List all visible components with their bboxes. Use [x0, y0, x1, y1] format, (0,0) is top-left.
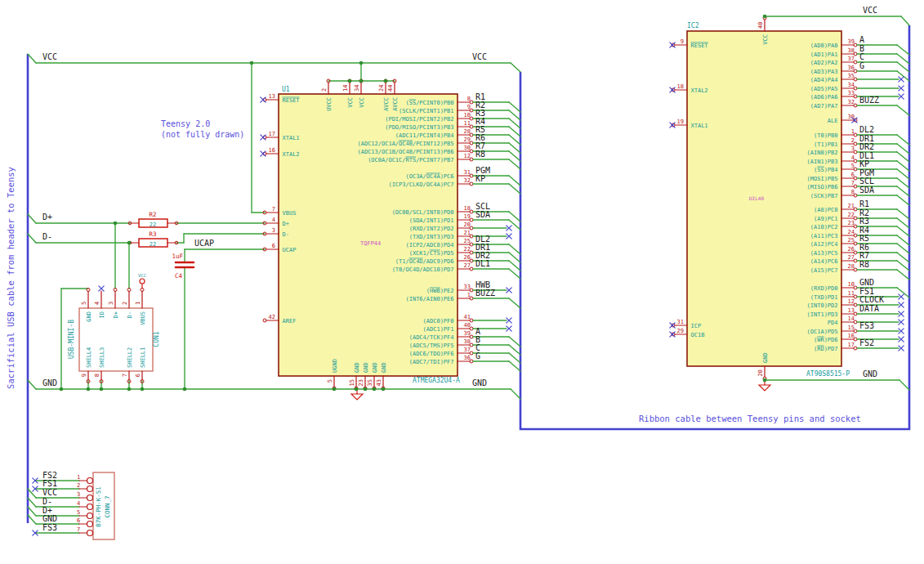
pin-name: (INT6/AIN0)PE6	[405, 296, 453, 302]
junction-dot	[60, 387, 64, 392]
pin-name: (T0)PB0	[814, 132, 838, 139]
no-connect-icon	[507, 288, 511, 293]
pin-name: (SS)PB4	[814, 167, 838, 173]
pin-name: (AIN0)PB2	[807, 150, 838, 156]
net-label: FS2	[859, 338, 874, 347]
wire	[28, 498, 36, 507]
net-label: SDA	[859, 186, 874, 195]
pin-name: (ADC12/OC1A/OC4B/PCINT12)PB5	[357, 141, 453, 147]
pin-number: 5	[81, 302, 87, 305]
pin-name: D+	[283, 221, 289, 227]
bus-entry	[509, 159, 520, 169]
bus-entry	[509, 127, 520, 137]
pin-number: 31	[677, 319, 684, 325]
bus-entry	[509, 212, 520, 222]
pin-pad	[87, 513, 93, 519]
pin-name: (AD5)PA5	[810, 86, 838, 92]
pin-pad	[87, 478, 93, 484]
pin-name: (RXD)PD0	[810, 285, 838, 292]
pin-number: 14	[848, 316, 855, 322]
no-connect-icon	[507, 318, 511, 323]
power-label: GND	[863, 369, 877, 378]
net-label: D+	[42, 213, 52, 222]
pin-name: GND	[354, 362, 360, 373]
pin-name: GND	[363, 362, 369, 373]
pin-number: 4	[77, 500, 80, 507]
bus-entry	[897, 261, 909, 271]
wire	[28, 380, 36, 389]
net-label: DR2	[859, 142, 874, 151]
pin-number: 26	[464, 254, 471, 261]
pin-number: 20	[464, 222, 471, 228]
component-value: 1uF	[172, 253, 183, 260]
junction-dot	[359, 61, 364, 65]
pin-name: GND	[86, 311, 92, 322]
junction-dot	[384, 79, 388, 83]
pin-number: 37	[464, 347, 471, 353]
net-label: G	[475, 351, 480, 360]
pin-number: 16	[848, 333, 855, 339]
pin-number: 12	[464, 153, 471, 159]
junction-dot	[763, 378, 767, 383]
pin-name: (AD7)PA7	[810, 103, 838, 110]
net-label: GND	[859, 278, 874, 287]
pin-name: SHELL3	[99, 347, 105, 368]
pin-number: 31	[464, 169, 471, 176]
pin-name: GND	[381, 362, 387, 373]
bus-entry	[509, 135, 520, 145]
net-label: KP	[859, 159, 869, 168]
pin-name: (A9)PC1	[814, 216, 838, 222]
net-label: DL1	[475, 259, 490, 268]
component-value: 22	[150, 241, 156, 248]
pin-name: SHELL2	[127, 347, 133, 368]
no-connect-icon	[99, 286, 104, 291]
pin-pad	[87, 504, 93, 510]
pin-name: (ADC6/TDO)PF6	[409, 351, 454, 357]
junction-dot	[373, 387, 377, 392]
pin-name: AREF	[283, 318, 297, 325]
bus-entry	[509, 337, 520, 347]
pin-name: (ADC1)PF1	[423, 326, 454, 333]
bus-entry	[897, 244, 909, 253]
power-label: GND	[42, 378, 57, 387]
junction-dot	[183, 387, 187, 392]
pin-number: 7	[122, 374, 128, 377]
pin-name: AVCC	[383, 97, 390, 111]
pin-number: 10	[464, 112, 471, 119]
wire	[28, 234, 36, 243]
net-label: G	[859, 61, 864, 70]
net-label: SDA	[475, 210, 490, 219]
pin-name: (MISO)PB6	[807, 184, 838, 190]
bus-entry	[509, 345, 520, 355]
pin-pad	[87, 486, 93, 492]
pin-number: 34	[354, 85, 360, 92]
pin-name: GND	[372, 362, 378, 373]
schematic-canvas: 13RESET17XTAL116XTAL27VBUS4D+3D-6UCAP42A…	[0, 0, 924, 564]
capacitor-c4	[176, 262, 194, 267]
bus-entry	[897, 62, 909, 72]
pin-number: 3	[851, 145, 855, 152]
pin-name: OC1B	[691, 332, 705, 338]
no-connect-icon	[899, 94, 904, 99]
bus-entry	[509, 244, 520, 254]
pin-number: 27	[464, 262, 471, 269]
net-label: R8	[859, 260, 869, 269]
pin-name: (RD)PD7	[814, 346, 838, 352]
pin-number: 22	[464, 246, 471, 253]
bus-entry	[897, 270, 909, 280]
gnd-triangle-icon	[351, 394, 363, 400]
junction-dot	[355, 387, 359, 392]
no-connect-icon	[899, 329, 904, 333]
vcc-circle-icon	[140, 279, 145, 284]
pin-name: D-	[127, 311, 133, 318]
usb-connector: 5GND4ID3D+2D-1VBUS9SHELL48SHELL37SHELL26…	[79, 289, 153, 383]
no-connect-icon	[899, 294, 904, 299]
junction-dot	[100, 387, 104, 392]
power-label: GND	[472, 378, 487, 387]
wire	[511, 63, 520, 72]
pin-number: 5	[851, 163, 855, 169]
no-connect-icon	[507, 234, 511, 239]
bus-entry	[897, 45, 909, 55]
no-connect-icon	[507, 226, 511, 231]
bus-entry	[897, 161, 909, 171]
